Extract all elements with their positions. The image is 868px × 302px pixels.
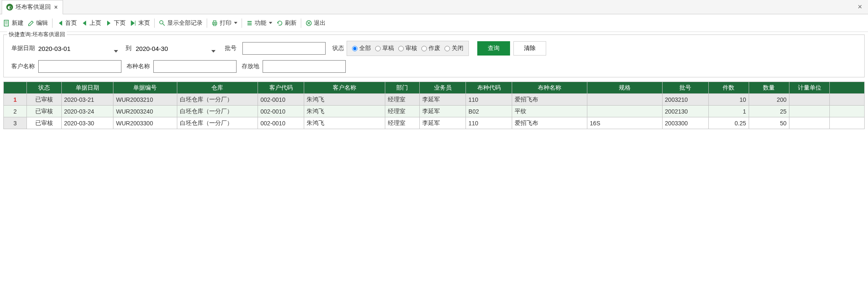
status-draft[interactable]: 草稿 (375, 45, 394, 52)
cell-status[interactable]: 已审核 (27, 106, 62, 117)
col-qty[interactable]: 数量 (749, 82, 789, 94)
date-from-input[interactable] (38, 45, 121, 52)
last-page-button[interactable]: 末页 (130, 19, 150, 27)
date-to-input[interactable] (136, 45, 219, 52)
row-number[interactable]: 1 (4, 94, 27, 106)
location-input[interactable] (263, 60, 346, 73)
col-spec[interactable]: 规格 (587, 82, 662, 94)
first-page-button[interactable]: 首页 (57, 19, 77, 27)
cell-fabric-code[interactable]: B02 (466, 106, 512, 117)
row-number[interactable]: 3 (4, 117, 27, 129)
col-sales[interactable]: 业务员 (420, 82, 466, 94)
cell-fabric-code[interactable]: 110 (466, 117, 512, 129)
table-row[interactable]: 3已审核2020-03-30WUR2003300白坯仓库（一分厂）002-001… (4, 117, 865, 129)
cell-qty[interactable]: 25 (749, 106, 789, 117)
tab-close-icon[interactable]: × (53, 4, 58, 11)
cell-status[interactable]: 已审核 (27, 94, 62, 106)
print-button[interactable]: 打印 (211, 19, 237, 27)
clear-button[interactable]: 清除 (513, 41, 546, 56)
status-void[interactable]: 作废 (421, 45, 440, 52)
cell-batch[interactable]: 2003300 (662, 117, 708, 129)
cell-qty[interactable]: 200 (749, 94, 789, 106)
cell-extra[interactable] (830, 117, 865, 129)
cell-dept[interactable]: 经理室 (385, 106, 420, 117)
col-doc-date[interactable]: 单据日期 (61, 82, 113, 94)
cell-pcs[interactable]: 10 (708, 94, 749, 106)
batch-input[interactable] (242, 42, 326, 55)
date-from-field[interactable] (38, 45, 121, 52)
col-pcs[interactable]: 件数 (708, 82, 749, 94)
cell-cust-code[interactable]: 002-0010 (258, 117, 304, 129)
col-unit[interactable]: 计量单位 (789, 82, 830, 94)
function-button[interactable]: 功能 (246, 19, 272, 27)
cell-sales[interactable]: 李延军 (420, 106, 466, 117)
cell-warehouse[interactable]: 白坯仓库（一分厂） (177, 106, 258, 117)
status-all[interactable]: 全部 (352, 45, 371, 52)
cell-doc-date[interactable]: 2020-03-24 (61, 106, 113, 117)
window-close-icon[interactable]: × (855, 3, 865, 11)
tab-active[interactable]: ◐ 坯布客供退回 × (2, 0, 63, 14)
cell-pcs[interactable]: 0.25 (708, 117, 749, 129)
cell-dept[interactable]: 经理室 (385, 94, 420, 106)
status-audit[interactable]: 审核 (398, 45, 417, 52)
cell-fabric-name[interactable]: 爱招飞布 (512, 117, 587, 129)
col-status[interactable]: 状态 (27, 82, 62, 94)
date-to-field[interactable] (136, 45, 219, 52)
refresh-button[interactable]: 刷新 (276, 19, 297, 27)
cell-warehouse[interactable]: 白坯仓库（一分厂） (177, 117, 258, 129)
table-row[interactable]: 2已审核2020-03-24WUR2003240白坯仓库（一分厂）002-001… (4, 106, 865, 117)
cell-spec[interactable] (587, 94, 662, 106)
cell-sales[interactable]: 李延军 (420, 94, 466, 106)
cell-sales[interactable]: 李延军 (420, 117, 466, 129)
table-row[interactable]: 1已审核2020-03-21WUR2003210白坯仓库（一分厂）002-001… (4, 94, 865, 106)
cell-spec[interactable]: 16S (587, 117, 662, 129)
cell-doc-date[interactable]: 2020-03-30 (61, 117, 113, 129)
prev-page-button[interactable]: 上页 (81, 19, 101, 27)
show-all-button[interactable]: 显示全部记录 (159, 19, 203, 27)
col-warehouse[interactable]: 仓库 (177, 82, 258, 94)
cell-spec[interactable] (587, 106, 662, 117)
cell-cust-name[interactable]: 朱鸿飞 (304, 94, 385, 106)
next-page-button[interactable]: 下页 (105, 19, 126, 27)
col-cust-name[interactable]: 客户名称 (304, 82, 385, 94)
col-dept[interactable]: 部门 (385, 82, 420, 94)
cell-batch[interactable]: 2003210 (662, 94, 708, 106)
cell-dept[interactable]: 经理室 (385, 117, 420, 129)
search-button[interactable]: 查询 (477, 41, 510, 56)
col-extra[interactable] (830, 82, 865, 94)
fabric-input[interactable] (153, 60, 237, 73)
cell-unit[interactable] (789, 94, 830, 106)
cell-batch[interactable]: 2002130 (662, 106, 708, 117)
cell-pcs[interactable]: 1 (708, 106, 749, 117)
col-batch[interactable]: 批号 (662, 82, 708, 94)
edit-button[interactable]: 编辑 (28, 19, 48, 27)
cell-cust-name[interactable]: 朱鸿飞 (304, 117, 385, 129)
cell-qty[interactable]: 50 (749, 117, 789, 129)
col-index[interactable] (4, 82, 27, 94)
cell-extra[interactable] (830, 106, 865, 117)
cell-warehouse[interactable]: 白坯仓库（一分厂） (177, 94, 258, 106)
cell-fabric-code[interactable]: 110 (466, 94, 512, 106)
cell-doc-no[interactable]: WUR2003300 (113, 117, 177, 129)
col-fabric-name[interactable]: 布种名称 (512, 82, 587, 94)
col-fabric-code[interactable]: 布种代码 (466, 82, 512, 94)
row-number[interactable]: 2 (4, 106, 27, 117)
cell-cust-code[interactable]: 002-0010 (258, 94, 304, 106)
cell-cust-code[interactable]: 002-0010 (258, 106, 304, 117)
cell-doc-no[interactable]: WUR2003210 (113, 94, 177, 106)
status-closed[interactable]: 关闭 (445, 45, 463, 52)
exit-button[interactable]: 退出 (305, 19, 326, 27)
cell-fabric-name[interactable]: 爱招飞布 (512, 94, 587, 106)
cell-status[interactable]: 已审核 (27, 117, 62, 129)
cell-doc-no[interactable]: WUR2003240 (113, 106, 177, 117)
cell-cust-name[interactable]: 朱鸿飞 (304, 106, 385, 117)
col-cust-code[interactable]: 客户代码 (258, 82, 304, 94)
cell-unit[interactable] (789, 106, 830, 117)
cell-unit[interactable] (789, 117, 830, 129)
cell-doc-date[interactable]: 2020-03-21 (61, 94, 113, 106)
new-button[interactable]: 新建 (3, 19, 24, 27)
cust-input[interactable] (38, 60, 121, 73)
col-doc-no[interactable]: 单据编号 (113, 82, 177, 94)
cell-fabric-name[interactable]: 平纹 (512, 106, 587, 117)
cell-extra[interactable] (830, 94, 865, 106)
